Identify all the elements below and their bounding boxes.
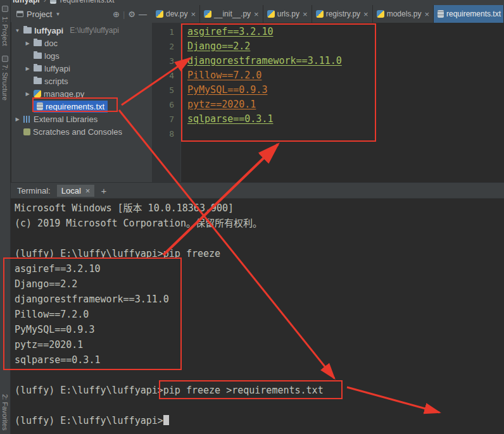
tree-root-luffyapi[interactable]: ▼ luffyapi E:\luffy\luffyapi [11, 24, 152, 37]
close-icon[interactable]: × [303, 9, 308, 19]
tree-item-requirements-txt[interactable]: requirements.txt [11, 100, 152, 113]
pip-freeze-redirect-command: pip freeze >requirements.txt [163, 385, 324, 396]
project-header-title[interactable]: Project [27, 9, 52, 19]
tab-label: urls.py [277, 9, 299, 18]
terminal-output-line: sqlparse==0.3.1 [15, 352, 504, 368]
hide-panel-icon[interactable]: — [139, 9, 147, 19]
tab-requirements-txt[interactable]: requirements.txt × [434, 5, 504, 23]
new-terminal-icon[interactable]: + [101, 185, 106, 196]
breadcrumb-project[interactable]: luffyapi [13, 0, 40, 4]
terminal-output-line: Microsoft Windows [版本 10.0.18363.900] [15, 201, 504, 216]
tab-init-py[interactable]: __init__.py × [200, 5, 263, 23]
tab-label: __init__.py [214, 9, 251, 18]
tree-item-label: scripts [44, 77, 68, 86]
tool-button-structure[interactable]: 7: Structure [1, 65, 9, 101]
tree-item-label: logs [44, 51, 60, 61]
terminal-command-line: (luffy) E:\luffy\luffyapi>pip freeze [15, 246, 504, 261]
editor-line[interactable]: djangorestframework==3.11.0 [187, 54, 504, 68]
editor-line[interactable]: Django==2.2 [187, 39, 504, 54]
folder-icon [34, 40, 42, 46]
terminal-output-line: Pillow==7.2.0 [15, 307, 504, 322]
line-number: 2 [152, 39, 180, 54]
editor-line[interactable]: sqlparse==0.3.1 [187, 112, 504, 127]
editor-gutter: 1 2 3 4 5 6 7 8 [152, 23, 181, 182]
chevron-collapsed-icon[interactable]: ▶ [24, 66, 31, 71]
scratches-icon [23, 128, 30, 135]
tree-item-label: Scratches and Consoles [33, 127, 122, 137]
breadcrumb-separator-icon: › [44, 0, 46, 4]
terminal-prompt: (luffy) E:\luffy\luffyapi> [15, 248, 163, 259]
tool-button-favorites[interactable]: 2: Favorites [1, 394, 9, 430]
terminal-output-line: djangorestframework==3.11.0 [15, 292, 504, 307]
python-file-icon [316, 10, 324, 18]
terminal-prompt: (luffy) E:\luffy\luffyapi> [15, 385, 163, 396]
tree-item-external-libraries[interactable]: ▶ External Libraries [11, 113, 152, 125]
terminal-title: Terminal: [17, 186, 51, 195]
toolbar-divider: | [123, 9, 125, 19]
requirement-entry: asgiref==3.2.10 [187, 26, 273, 37]
python-file-icon [267, 10, 275, 18]
terminal-console[interactable]: Microsoft Windows [版本 10.0.18363.900] (c… [11, 199, 504, 434]
tree-item-scripts[interactable]: scripts [11, 75, 152, 87]
folder-icon [34, 78, 42, 84]
editor-line[interactable]: PyMySQL==0.9.3 [187, 83, 504, 97]
terminal-output-line: pytz==2020.1 [15, 337, 504, 352]
txt-file-icon [50, 0, 56, 4]
editor-line[interactable]: Pillow==7.2.0 [187, 68, 504, 83]
project-panel-header: Project ▼ ⊕ | ⚙ — [11, 5, 152, 23]
tab-registry-py[interactable]: registry.py × [312, 5, 373, 23]
chevron-expanded-icon[interactable]: ▼ [14, 28, 21, 34]
project-window-icon [16, 11, 23, 17]
close-icon[interactable]: × [254, 9, 259, 19]
tool-button-project[interactable]: 1: Project [1, 16, 9, 46]
tree-item-luffyapi[interactable]: ▶ luffyapi [11, 62, 152, 75]
terminal-prompt-line[interactable]: (luffy) E:\luffy\luffyapi> [15, 413, 504, 428]
tab-label: requirements.txt [446, 9, 501, 18]
library-icon [23, 116, 31, 123]
tree-item-scratches[interactable]: Scratches and Consoles [11, 125, 152, 138]
left-tool-stripe: 1: Project 7: Structure 2: Favorites [0, 0, 11, 434]
tree-item-label: requirements.txt [46, 102, 104, 111]
terminal-blank-line [15, 231, 504, 246]
close-icon[interactable]: × [363, 9, 369, 19]
selected-tree-item[interactable]: requirements.txt [34, 101, 108, 113]
terminal-output-line: PyMySQL==0.9.3 [15, 322, 504, 337]
editor-line[interactable]: pytz==2020.1 [187, 97, 504, 112]
tool-window-icon[interactable] [2, 6, 8, 12]
editor-content[interactable]: asgiref==3.2.10 Django==2.2 djangorestfr… [187, 25, 504, 127]
chevron-collapsed-icon[interactable]: ▶ [24, 40, 31, 46]
tree-item-doc[interactable]: ▶ doc [11, 37, 152, 49]
editor-tab-bar: dev.py × __init__.py × urls.py × registr… [152, 5, 504, 23]
tree-item-logs[interactable]: logs [11, 49, 152, 62]
terminal-tab-local[interactable]: Local × [57, 185, 95, 197]
python-file-icon [377, 10, 384, 18]
line-number: 4 [152, 68, 180, 83]
tab-dev-py[interactable]: dev.py × [152, 5, 200, 23]
editor-line[interactable]: asgiref==3.2.10 [187, 25, 504, 39]
editor-area[interactable]: 1 2 3 4 5 6 7 8 asgiref==3.2.10 Django==… [152, 23, 504, 182]
breadcrumb-file[interactable]: requirements.txt [60, 0, 115, 4]
close-icon[interactable]: × [85, 186, 91, 195]
tab-label: models.py [387, 9, 422, 18]
python-file-icon [34, 90, 41, 97]
close-icon[interactable]: × [424, 9, 429, 19]
chevron-down-icon[interactable]: ▼ [55, 11, 60, 17]
locate-file-icon[interactable]: ⊕ [113, 9, 120, 19]
gear-icon[interactable]: ⚙ [128, 9, 135, 19]
line-number: 7 [152, 112, 180, 127]
folder-icon [23, 27, 32, 34]
tree-item-manage-py[interactable]: ▶ manage.py [11, 87, 152, 100]
chevron-collapsed-icon[interactable]: ▶ [14, 116, 21, 122]
close-icon[interactable]: × [191, 9, 196, 19]
tab-models-py[interactable]: models.py × [373, 5, 434, 23]
tree-item-label: External Libraries [34, 115, 98, 124]
chevron-collapsed-icon[interactable]: ▶ [24, 91, 31, 97]
tree-root-label: luffyapi [34, 26, 63, 35]
requirement-entry: pytz==2020.1 [187, 99, 256, 110]
tab-urls-py[interactable]: urls.py × [263, 5, 312, 23]
txt-file-icon [37, 102, 43, 110]
structure-icon[interactable] [2, 56, 8, 62]
project-tree-panel: ▼ luffyapi E:\luffy\luffyapi ▶ doc logs … [11, 23, 152, 182]
terminal-output-line: asgiref==3.2.10 [15, 261, 504, 276]
terminal-output-line: (c) 2019 Microsoft Corporation。保留所有权利。 [15, 216, 504, 231]
